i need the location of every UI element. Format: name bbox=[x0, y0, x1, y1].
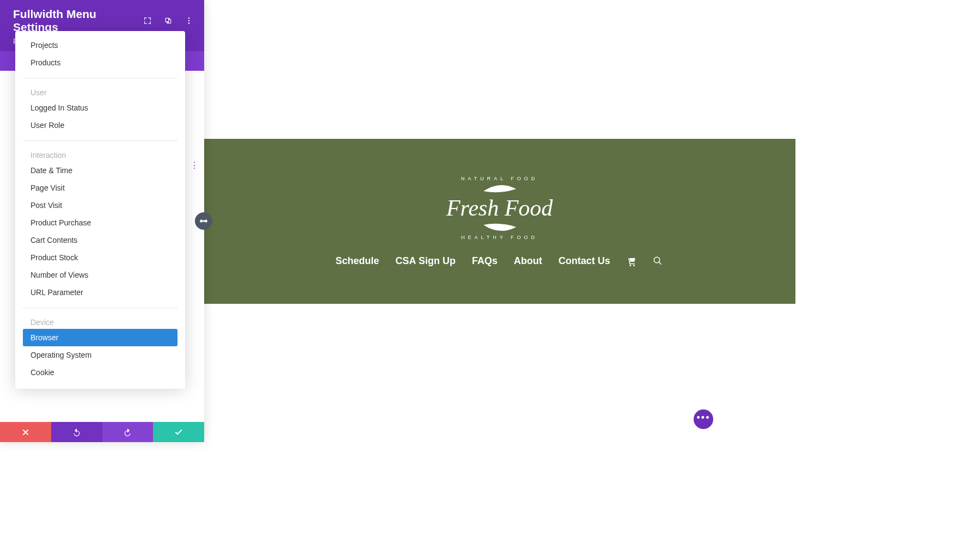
svg-line-4 bbox=[659, 262, 661, 265]
expand-icon[interactable] bbox=[143, 16, 152, 25]
dropdown-item[interactable]: Projects bbox=[23, 36, 177, 54]
dropdown-item[interactable]: Number of Views bbox=[23, 266, 177, 284]
condition-dropdown[interactable]: ProjectsProductsUserLogged In StatusUser… bbox=[15, 31, 185, 389]
divider bbox=[23, 78, 177, 78]
dropdown-item[interactable]: Product Stock bbox=[23, 249, 177, 266]
dropdown-item[interactable]: Cart Contents bbox=[23, 231, 177, 249]
nav-link[interactable]: Contact Us bbox=[559, 255, 610, 267]
redo-button[interactable] bbox=[102, 422, 154, 442]
dropdown-item[interactable]: Product Purchase bbox=[23, 214, 177, 231]
responsive-icon[interactable] bbox=[164, 16, 173, 25]
svg-point-0 bbox=[188, 17, 190, 19]
more-vertical-icon[interactable] bbox=[185, 16, 193, 25]
logo-tagline-top: NATURAL FOOD bbox=[461, 176, 538, 181]
svg-point-3 bbox=[654, 257, 660, 263]
right-gutter bbox=[795, 0, 980, 545]
dropdown-item[interactable]: Operating System bbox=[23, 346, 177, 364]
dropdown-item[interactable]: Page Visit bbox=[23, 179, 177, 197]
dropdown-group-label: Device bbox=[23, 315, 177, 329]
logo-text: Fresh Food bbox=[446, 197, 553, 219]
resize-handle[interactable] bbox=[195, 212, 212, 230]
save-button[interactable] bbox=[153, 422, 204, 442]
dropdown-item[interactable]: Logged In Status bbox=[23, 99, 177, 117]
divider bbox=[23, 140, 177, 141]
dropdown-item[interactable]: Date & Time bbox=[23, 162, 177, 179]
nav-links: ScheduleCSA Sign UpFAQsAboutContact Us bbox=[335, 255, 663, 267]
ellipsis-icon: ••• bbox=[697, 413, 710, 422]
leaf-icon bbox=[481, 223, 519, 232]
svg-point-2 bbox=[188, 22, 190, 24]
close-icon bbox=[21, 428, 30, 437]
dropdown-item[interactable]: Cookie bbox=[23, 364, 177, 381]
leaf-icon bbox=[481, 183, 519, 193]
logo-tagline-bottom: HEALTHY FOOD bbox=[461, 235, 538, 240]
dropdown-item[interactable]: User Role bbox=[23, 117, 177, 134]
dropdown-item[interactable]: Browser bbox=[23, 329, 177, 346]
dropdown-item[interactable]: URL Parameter bbox=[23, 284, 177, 301]
svg-point-1 bbox=[188, 20, 190, 22]
dropdown-item[interactable]: Products bbox=[23, 54, 177, 71]
fullwidth-menu-preview: NATURAL FOOD Fresh Food HEALTHY FOOD Sch… bbox=[204, 139, 795, 304]
nav-link[interactable]: About bbox=[514, 255, 542, 267]
action-bar bbox=[0, 422, 204, 442]
preview-area: NATURAL FOOD Fresh Food HEALTHY FOOD Sch… bbox=[204, 0, 795, 545]
logo[interactable]: NATURAL FOOD Fresh Food HEALTHY FOOD bbox=[446, 176, 553, 240]
check-icon bbox=[174, 428, 183, 437]
dropdown-group-label: User bbox=[23, 85, 177, 99]
cancel-button[interactable] bbox=[0, 422, 51, 442]
redo-icon bbox=[123, 428, 132, 437]
section-options-icon[interactable]: ⋮ bbox=[190, 160, 199, 170]
panel-title: Fullwidth Menu Settings bbox=[13, 8, 143, 34]
divider bbox=[23, 308, 177, 308]
nav-link[interactable]: CSA Sign Up bbox=[395, 255, 455, 267]
dropdown-group-label: Interaction bbox=[23, 148, 177, 162]
page-options-fab[interactable]: ••• bbox=[694, 409, 713, 429]
undo-button[interactable] bbox=[51, 422, 102, 442]
cart-icon[interactable] bbox=[627, 256, 636, 266]
undo-icon bbox=[72, 428, 81, 437]
nav-link[interactable]: FAQs bbox=[472, 255, 498, 267]
dropdown-item[interactable]: Post Visit bbox=[23, 197, 177, 214]
search-icon[interactable] bbox=[653, 256, 664, 267]
nav-link[interactable]: Schedule bbox=[335, 255, 379, 267]
